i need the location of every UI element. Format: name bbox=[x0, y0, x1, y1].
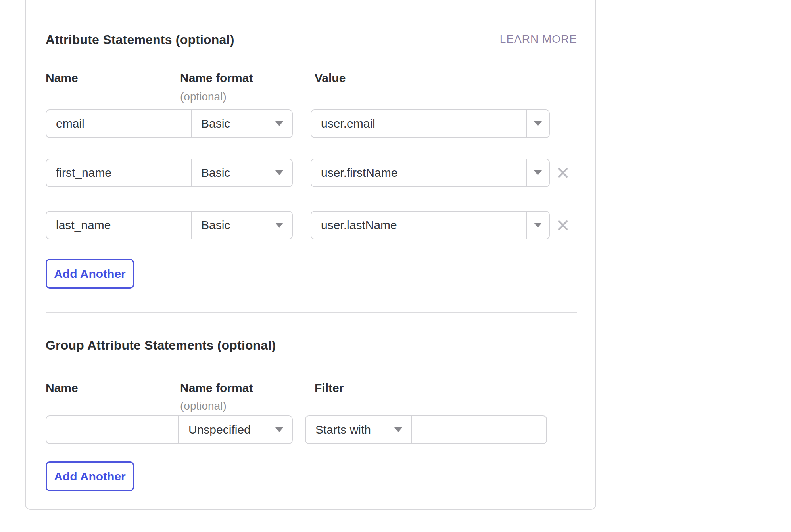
group-name-format-optional-note: (optional) bbox=[180, 400, 227, 412]
attribute-value-input[interactable]: user.firstName bbox=[311, 159, 526, 186]
close-icon bbox=[557, 220, 568, 231]
column-header-name: Name bbox=[46, 71, 78, 85]
group-attribute-name-input[interactable] bbox=[46, 416, 178, 443]
attribute-value-input[interactable]: user.email bbox=[311, 110, 526, 137]
column-header-name-format: Name format bbox=[180, 71, 253, 85]
attribute-name-input[interactable] bbox=[46, 159, 191, 186]
chevron-down-icon bbox=[534, 223, 542, 228]
chevron-down-icon bbox=[275, 427, 283, 432]
chevron-down-icon bbox=[275, 170, 283, 175]
attribute-value-input[interactable]: user.lastName bbox=[311, 212, 526, 239]
attribute-statements-title: Attribute Statements (optional) bbox=[46, 33, 234, 47]
group-attribute-statements-title: Group Attribute Statements (optional) bbox=[46, 338, 276, 353]
group-filter-type-select[interactable]: Starts with bbox=[306, 416, 411, 443]
top-section-divider bbox=[46, 6, 577, 6]
group-name-format-select[interactable]: Unspecified bbox=[178, 416, 292, 443]
group-column-header-name: Name bbox=[46, 381, 78, 395]
group-name-format-select-value: Unspecified bbox=[188, 423, 251, 436]
remove-row-button[interactable] bbox=[556, 166, 570, 180]
name-and-format-group: Basic bbox=[46, 159, 293, 187]
add-another-group-attribute-button[interactable]: Add Another bbox=[46, 461, 134, 491]
attribute-row: Basic user.lastName bbox=[46, 211, 570, 239]
name-format-select[interactable]: Basic bbox=[191, 159, 292, 186]
group-name-and-format-group: Unspecified bbox=[46, 415, 293, 444]
value-select-group: user.firstName bbox=[311, 159, 550, 187]
name-format-select-value: Basic bbox=[201, 166, 230, 180]
name-and-format-group: Basic bbox=[46, 211, 293, 239]
name-format-optional-note: (optional) bbox=[180, 90, 227, 103]
group-filter-type-value: Starts with bbox=[315, 423, 371, 436]
value-dropdown-button[interactable] bbox=[526, 110, 549, 137]
chevron-down-icon bbox=[534, 121, 542, 126]
attribute-name-input[interactable] bbox=[46, 110, 191, 137]
value-dropdown-button[interactable] bbox=[526, 159, 549, 186]
attribute-row: Basic user.firstName bbox=[46, 159, 570, 187]
group-filter-group: Starts with bbox=[305, 415, 547, 444]
value-select-group: user.lastName bbox=[311, 211, 550, 239]
add-another-attribute-button[interactable]: Add Another bbox=[46, 259, 134, 289]
attribute-row: Basic user.email bbox=[46, 109, 550, 138]
name-and-format-group: Basic bbox=[46, 109, 293, 138]
group-attribute-row: Unspecified Starts with bbox=[46, 415, 547, 444]
close-icon bbox=[557, 167, 568, 178]
value-select-group: user.email bbox=[311, 109, 550, 138]
attribute-value-text: user.email bbox=[321, 117, 375, 130]
remove-row-button[interactable] bbox=[556, 218, 570, 232]
name-format-select[interactable]: Basic bbox=[191, 212, 292, 239]
name-format-select-value: Basic bbox=[201, 218, 230, 232]
chevron-down-icon bbox=[275, 121, 283, 126]
name-format-select-value: Basic bbox=[201, 117, 230, 130]
attribute-value-text: user.firstName bbox=[321, 166, 397, 180]
attribute-value-text: user.lastName bbox=[321, 218, 397, 232]
mid-section-divider bbox=[46, 312, 577, 313]
chevron-down-icon bbox=[534, 170, 542, 175]
group-column-header-name-format: Name format bbox=[180, 381, 253, 395]
column-header-value: Value bbox=[315, 71, 346, 85]
group-filter-value-input[interactable] bbox=[411, 416, 546, 443]
chevron-down-icon bbox=[275, 223, 283, 228]
chevron-down-icon bbox=[394, 427, 402, 432]
group-column-header-filter: Filter bbox=[315, 381, 344, 395]
learn-more-link[interactable]: LEARN MORE bbox=[500, 33, 577, 46]
value-dropdown-button[interactable] bbox=[526, 212, 549, 239]
attribute-name-input[interactable] bbox=[46, 212, 191, 239]
name-format-select[interactable]: Basic bbox=[191, 110, 292, 137]
